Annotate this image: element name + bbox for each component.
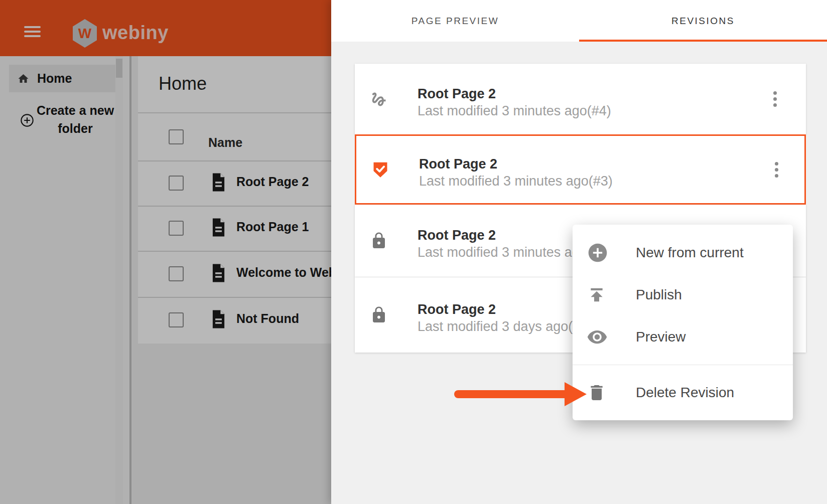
preview-eye-icon (587, 326, 608, 348)
revision-context-menu: New from current Publish Preview (573, 225, 793, 420)
revision-card-selected[interactable]: Root Page 2 Last modified 3 minutes ago(… (355, 134, 806, 205)
tab-revisions[interactable]: REVISIONS (579, 0, 827, 42)
publish-upload-icon (587, 285, 607, 305)
tab-page-preview[interactable]: PAGE PREVIEW (331, 0, 579, 42)
locked-icon (370, 306, 388, 324)
menu-divider (573, 365, 793, 365)
revision-subtitle: Last modified 3 minutes ago(# (418, 244, 599, 261)
locked-icon (370, 232, 388, 250)
revision-card[interactable]: Root Page 2 Last modified 3 minutes ago(… (355, 64, 806, 134)
revision-title: Root Page 2 (419, 155, 613, 173)
revision-more-options-icon[interactable] (771, 159, 782, 180)
menu-item-label: Publish (636, 287, 682, 303)
revision-more-options-icon[interactable] (769, 89, 780, 109)
revision-title: Root Page 2 (418, 227, 599, 244)
revision-subtitle: Last modified 3 minutes ago(#3) (419, 173, 613, 190)
screen: W webiny Home Create a new folder H (0, 0, 827, 504)
menu-item-label: Delete Revision (636, 385, 734, 401)
active-tab-indicator (579, 40, 827, 42)
drawer-tabbar: PAGE PREVIEW REVISIONS (331, 0, 827, 42)
annotation-arrow-icon (453, 380, 588, 408)
new-from-current-plus-icon (587, 242, 609, 264)
revisions-drawer: PAGE PREVIEW REVISIONS Root Page 2 Last … (331, 0, 827, 504)
draft-squiggle-icon (370, 90, 388, 108)
menu-item-preview[interactable]: Preview (573, 316, 793, 358)
revision-subtitle: Last modified 3 days ago(#1) (418, 318, 592, 335)
published-shield-check-icon (371, 160, 389, 179)
revision-title: Root Page 2 (418, 301, 592, 318)
menu-item-label: New from current (636, 245, 744, 261)
revision-title: Root Page 2 (418, 85, 611, 102)
revision-subtitle: Last modified 3 minutes ago(#4) (418, 102, 611, 119)
menu-item-delete-revision[interactable]: Delete Revision (573, 372, 793, 414)
menu-item-publish[interactable]: Publish (573, 274, 793, 316)
menu-item-label: Preview (636, 329, 686, 345)
delete-trash-icon (587, 383, 607, 403)
menu-item-new-from-current[interactable]: New from current (573, 232, 793, 274)
drawer-backdrop[interactable] (0, 0, 331, 504)
